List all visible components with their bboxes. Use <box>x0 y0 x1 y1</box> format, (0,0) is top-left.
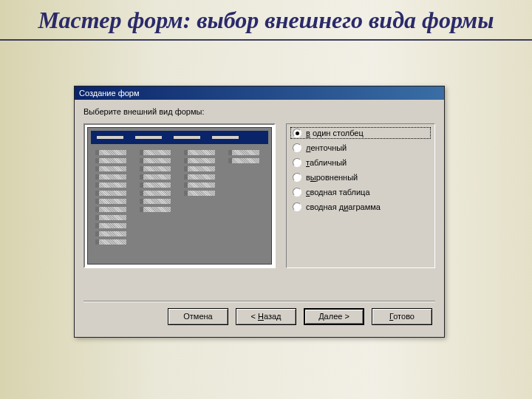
wizard-button-row: Отмена < Назад Далее > Готово <box>83 308 435 332</box>
option-justified[interactable]: выровненный <box>293 173 429 182</box>
back-button[interactable]: < Назад <box>236 308 296 325</box>
finish-button[interactable]: Готово <box>372 308 432 325</box>
button-separator <box>83 301 435 302</box>
option-pivot-chart[interactable]: сводная диаграмма <box>293 202 429 211</box>
layout-preview <box>83 123 276 268</box>
radio-icon <box>293 188 301 197</box>
radio-icon <box>293 202 301 211</box>
instruction-text: Выберите внешний вид формы: <box>83 107 435 116</box>
option-label: сводная диаграмма <box>306 202 381 211</box>
option-pivot-table[interactable]: сводная таблица <box>293 188 429 197</box>
form-wizard-dialog: Создание форм Выберите внешний вид формы… <box>74 86 445 338</box>
slide-title: Мастер форм: выбор внешнего вида формы <box>0 0 532 39</box>
option-label: в один столбец <box>306 129 364 137</box>
option-datasheet[interactable]: табличный <box>293 158 429 167</box>
radio-icon <box>293 143 301 152</box>
option-label: выровненный <box>306 173 358 182</box>
cancel-button[interactable]: Отмена <box>168 308 228 325</box>
option-label: сводная таблица <box>306 188 370 197</box>
option-single-column[interactable]: в один столбец <box>290 127 431 139</box>
radio-icon <box>293 158 301 167</box>
option-label: табличный <box>306 158 347 167</box>
option-label: ленточный <box>306 143 347 152</box>
option-tabular-band[interactable]: ленточный <box>293 143 429 152</box>
layout-options-group: в один столбец ленточный табличный выров… <box>286 123 435 268</box>
radio-icon <box>293 173 301 182</box>
title-rule <box>0 39 532 41</box>
next-button[interactable]: Далее > <box>304 308 364 325</box>
radio-icon <box>293 129 301 137</box>
dialog-titlebar: Создание форм <box>75 86 444 100</box>
dialog-body: Выберите внешний вид формы: <box>75 100 444 337</box>
